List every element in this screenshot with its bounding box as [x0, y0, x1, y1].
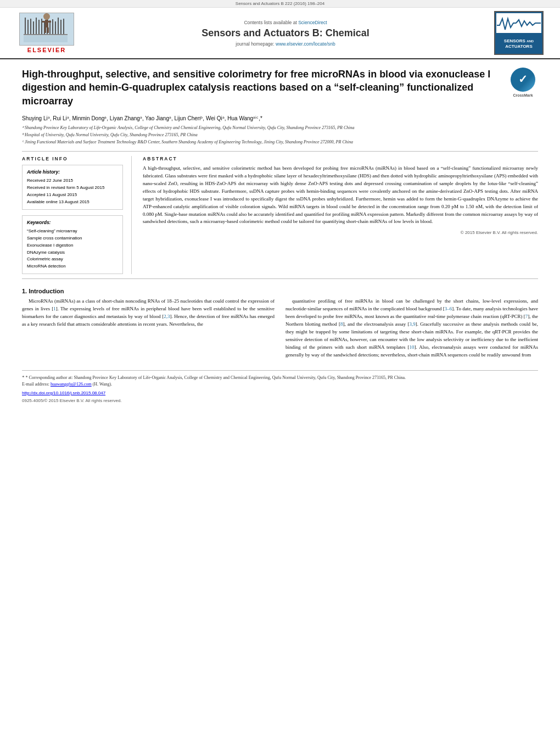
- received-1: Received 22 June 2015: [27, 177, 118, 185]
- keyword-2: Sample cross contamination: [27, 235, 118, 242]
- crossmark-label: CrossMark: [513, 93, 533, 98]
- ref-7-link[interactable]: 7: [525, 314, 528, 319]
- elsevier-tree-icon: [19, 13, 74, 45]
- divider-2: [22, 278, 538, 279]
- doi-bar-text: Sensors and Actuators B 222 (2016) 198–2…: [236, 1, 324, 6]
- affiliation-b: ᵇ Hospital of University, Qufu Normal Un…: [22, 132, 538, 138]
- section-number: 1.: [22, 288, 27, 294]
- authors-line: Shuying Liᵃ, Rui Liᵃ, Minmin Dongᵃ, Liya…: [22, 115, 538, 121]
- svg-rect-12: [55, 21, 56, 34]
- svg-rect-23: [47, 27, 49, 33]
- elsevier-label: ELSEVIER: [27, 47, 66, 53]
- journal-header: ELSEVIER Contents lists available at Sci…: [0, 8, 560, 59]
- article-content: High-throughput, selective, and sensitiv…: [0, 59, 560, 412]
- intro-left-para-1: MicroRNAs (miRNAs) as a class of short-c…: [22, 298, 275, 328]
- intro-left-col: MicroRNAs (miRNAs) as a class of short-c…: [22, 298, 275, 362]
- svg-rect-19: [45, 20, 48, 27]
- sciencedirect-link[interactable]: ScienceDirect: [298, 20, 327, 25]
- svg-rect-6: [38, 20, 40, 34]
- crossmark-badge[interactable]: ✓ CrossMark: [508, 68, 538, 98]
- contents-text: Contents lists available at: [244, 20, 296, 25]
- email-suffix: (H. Wang).: [93, 382, 112, 387]
- affiliation-c: ᶜ Jining Functional Materials and Surfac…: [22, 139, 538, 146]
- footnote-star-text: * * Corresponding author at: Shandong Pr…: [22, 374, 538, 382]
- authors-text: Shuying Liᵃ, Rui Liᵃ, Minmin Dongᵃ, Liya…: [22, 115, 262, 121]
- footer-notes: * * Corresponding author at: Shandong Pr…: [22, 370, 538, 405]
- sensors-text: SENSORS ANDACTUATORS: [504, 38, 534, 50]
- svg-rect-15: [63, 19, 64, 34]
- journal-title-center: Contents lists available at ScienceDirec…: [77, 20, 494, 47]
- introduction-section: 1. Introduction MicroRNAs (miRNAs) as a …: [22, 288, 538, 362]
- keyword-3: Exonuclease I digestion: [27, 242, 118, 249]
- ref-3-9-link[interactable]: 3,9: [410, 321, 416, 327]
- svg-rect-7: [41, 19, 42, 34]
- doi-bar: Sensors and Actuators B 222 (2016) 198–2…: [0, 0, 560, 8]
- homepage-text: journal homepage:: [236, 41, 274, 47]
- article-title-text: High-throughput, selective, and sensitiv…: [22, 69, 490, 107]
- sensors-logo-chart-icon: [497, 14, 541, 32]
- keyword-6: MicroRNA detection: [27, 263, 118, 270]
- ref-1-link[interactable]: 1: [53, 306, 56, 311]
- sensors-logo-top: [495, 12, 542, 34]
- sensors-logo-top-inner: [496, 13, 541, 33]
- affiliation-a: ᵃ Shandong Province Key Laboratory of Li…: [22, 125, 538, 131]
- keywords-label: Keywords:: [27, 219, 118, 227]
- copyright-line: © 2015 Elsevier B.V. All rights reserved…: [143, 230, 538, 235]
- available-online: Available online 13 August 2015: [27, 199, 118, 206]
- article-info-heading: ARTICLE INFO: [22, 156, 123, 161]
- svg-rect-22: [44, 27, 46, 33]
- keyword-5: Colorimetric assay: [27, 256, 118, 263]
- email-label: E-mail address:: [22, 382, 49, 387]
- crossmark-circle: ✓: [511, 68, 535, 92]
- abstract-column: ABSTRACT A high-throughput, selective, a…: [143, 156, 538, 274]
- ref-3-6-link[interactable]: 3–6: [445, 306, 452, 311]
- svg-point-18: [43, 13, 50, 20]
- svg-rect-2: [27, 20, 29, 34]
- page-wrapper: Sensors and Actuators B 222 (2016) 198–2…: [0, 0, 560, 742]
- ref-10-link[interactable]: 10: [410, 344, 415, 350]
- svg-rect-5: [36, 18, 37, 34]
- intro-right-col: quantitative profiling of free miRNAs in…: [285, 298, 538, 362]
- revised: Received in revised form 5 August 2015: [27, 185, 118, 192]
- svg-rect-16: [24, 34, 68, 35]
- svg-rect-14: [60, 20, 61, 34]
- article-history-box: Article history: Received 22 June 2015 R…: [22, 165, 123, 210]
- sensors-actuators-logo: SENSORS ANDACTUATORS: [494, 11, 544, 55]
- svg-rect-17: [24, 36, 68, 42]
- doi-link[interactable]: http://dx.doi.org/10.1016/j.snb.2015.08.…: [22, 390, 105, 395]
- svg-rect-13: [58, 18, 59, 34]
- accepted: Accepted 11 August 2015: [27, 192, 118, 199]
- article-info-column: ARTICLE INFO Article history: Received 2…: [22, 156, 132, 274]
- contents-link: Contents lists available at ScienceDirec…: [88, 20, 483, 25]
- svg-rect-20: [42, 21, 45, 23]
- intro-right-para-1: quantitative profiling of free miRNAs in…: [285, 298, 538, 359]
- email-line: E-mail address: huawangqfu@126.com (H. W…: [22, 381, 538, 388]
- ref-2-link[interactable]: 2,3: [164, 314, 170, 319]
- sensors-logo-bottom: SENSORS ANDACTUATORS: [495, 34, 542, 54]
- journal-homepage: journal homepage: www.elsevier.com/locat…: [88, 41, 483, 47]
- affiliations: ᵃ Shandong Province Key Laboratory of Li…: [22, 125, 538, 146]
- introduction-columns: MicroRNAs (miRNAs) as a class of short-c…: [22, 298, 538, 362]
- footer-doi[interactable]: http://dx.doi.org/10.1016/j.snb.2015.08.…: [22, 390, 538, 397]
- footnote-star-symbol: *: [22, 375, 25, 380]
- keywords-box: Keywords: “Self-cleaning” microarray Sam…: [22, 215, 123, 274]
- elsevier-logo: ELSEVIER: [16, 13, 77, 53]
- divider-1: [22, 151, 538, 152]
- footer-issn: 0925-4005/© 2015 Elsevier B.V. All right…: [22, 398, 538, 404]
- svg-rect-11: [52, 19, 53, 34]
- homepage-link[interactable]: www.elsevier.com/locate/snb: [276, 41, 335, 47]
- section-title: 1. Introduction: [22, 288, 538, 294]
- article-history-label: Article history:: [27, 169, 118, 176]
- section-title-text: Introduction: [29, 288, 64, 294]
- elsevier-logo-image: [19, 13, 74, 46]
- email-link[interactable]: huawangqfu@126.com: [51, 382, 92, 387]
- svg-rect-3: [30, 19, 31, 34]
- keyword-1: “Self-cleaning” microarray: [27, 228, 118, 235]
- article-title-wrapper: High-throughput, selective, and sensitiv…: [22, 68, 538, 108]
- svg-rect-21: [48, 21, 51, 23]
- article-info-abstract-columns: ARTICLE INFO Article history: Received 2…: [22, 156, 538, 274]
- ref-8-link[interactable]: 8: [340, 321, 343, 327]
- abstract-heading: ABSTRACT: [143, 156, 538, 161]
- abstract-text: A high-throughput, selective, and sensit…: [143, 165, 538, 226]
- svg-rect-1: [25, 18, 26, 34]
